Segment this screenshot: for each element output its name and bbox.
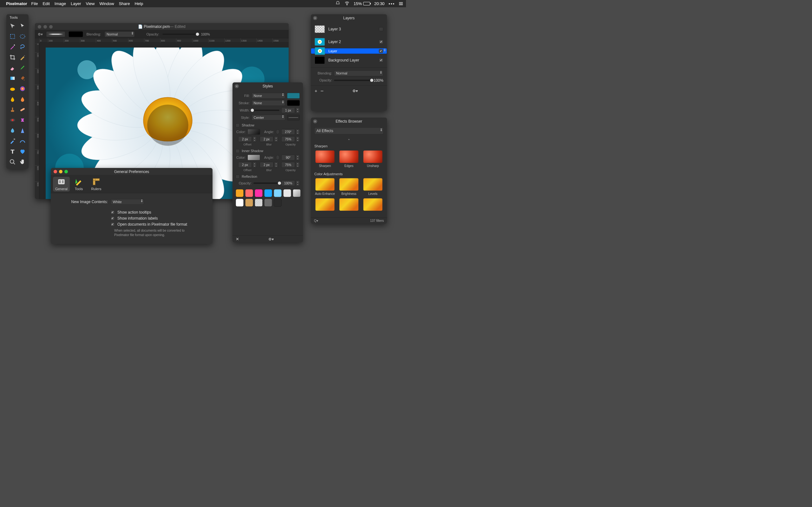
- red-eye-tool-icon[interactable]: [8, 115, 17, 125]
- ellipse-select-tool-icon[interactable]: [18, 32, 27, 41]
- add-layer-icon[interactable]: +: [315, 89, 317, 94]
- select-tool-icon[interactable]: [18, 21, 27, 31]
- close-button[interactable]: ✕: [236, 237, 239, 242]
- width-slider[interactable]: [252, 110, 280, 111]
- layer-row[interactable]: Layer 3: [311, 23, 387, 36]
- color-swatch[interactable]: [255, 199, 263, 207]
- inner-angle-value[interactable]: 90°: [281, 155, 295, 160]
- gradient-tool-icon[interactable]: [8, 73, 17, 83]
- shape-tool-icon[interactable]: [18, 147, 27, 156]
- menu-image[interactable]: Image: [55, 1, 66, 6]
- reflection-checkbox[interactable]: [236, 175, 240, 179]
- blur-stepper[interactable]: ▲▼: [274, 136, 278, 142]
- traffic-lights[interactable]: [38, 25, 53, 29]
- traffic-lights[interactable]: [54, 170, 68, 173]
- gear-icon[interactable]: ⚙︎▾: [352, 89, 358, 93]
- close-icon[interactable]: ✕: [313, 119, 317, 124]
- gear-icon[interactable]: ⚙︎▾: [38, 32, 43, 36]
- angle-stepper[interactable]: ▲▼: [296, 129, 300, 135]
- layer-row[interactable]: Layer: [311, 48, 387, 54]
- layer-visibility-checkbox[interactable]: [379, 27, 383, 31]
- shadow-angle-value[interactable]: 270°: [281, 129, 295, 135]
- remove-layer-icon[interactable]: −: [320, 88, 323, 94]
- menu-edit[interactable]: Edit: [43, 1, 49, 6]
- stroke-style-select[interactable]: Center: [252, 115, 285, 120]
- effect-brightness[interactable]: Brightness: [339, 178, 360, 196]
- color-swatch[interactable]: [274, 189, 282, 197]
- stroke-preview[interactable]: [287, 115, 300, 120]
- shadow-blur[interactable]: 2 px: [260, 136, 273, 142]
- shadow-opacity[interactable]: 75%: [281, 136, 295, 142]
- inner-op-stepper[interactable]: ▲▼: [296, 162, 300, 168]
- effect-sharpen[interactable]: Sharpen: [314, 151, 336, 168]
- new-image-select[interactable]: White: [111, 199, 144, 205]
- offset-stepper[interactable]: ▲▼: [252, 136, 257, 142]
- color-swatch[interactable]: [293, 189, 301, 197]
- blending-select[interactable]: Normal: [104, 32, 135, 37]
- effect-item[interactable]: [314, 199, 336, 211]
- layer-visibility-checkbox[interactable]: [379, 49, 383, 53]
- color-swatch[interactable]: [274, 199, 282, 207]
- close-icon[interactable]: ✕: [313, 16, 317, 20]
- color-swatch[interactable]: [264, 199, 272, 207]
- fill-color[interactable]: [287, 93, 300, 99]
- inner-angle-dial[interactable]: [276, 155, 280, 160]
- app-name[interactable]: Pixelmator: [6, 1, 27, 6]
- heal-tool-icon[interactable]: [18, 105, 27, 114]
- eraser-tool-icon[interactable]: [8, 63, 17, 72]
- refl-slider[interactable]: [253, 182, 280, 184]
- menu-layer[interactable]: Layer: [71, 1, 81, 6]
- effect-auto-enhance[interactable]: Auto Enhance: [314, 178, 336, 196]
- angle-dial[interactable]: [276, 130, 280, 134]
- color-swatch[interactable]: [283, 189, 291, 197]
- stroke-color[interactable]: [287, 100, 300, 106]
- menu-help[interactable]: Help: [135, 1, 143, 6]
- prefs-tab-tools[interactable]: Tools: [70, 177, 87, 192]
- notification-icon[interactable]: [335, 1, 340, 7]
- prefs-tab-general[interactable]: General: [53, 177, 70, 192]
- brush-preview[interactable]: [46, 32, 65, 37]
- zoom-tool-icon[interactable]: [8, 157, 17, 167]
- hand-tool-icon[interactable]: [18, 157, 27, 167]
- color-swatch[interactable]: [236, 189, 244, 197]
- tooltip-checkbox[interactable]: [111, 210, 114, 214]
- shadow-color[interactable]: [247, 129, 260, 135]
- lasso-tool-icon[interactable]: [18, 42, 27, 52]
- info-labels-checkbox[interactable]: [111, 216, 114, 220]
- battery-indicator[interactable]: 15%: [354, 1, 370, 6]
- color-swatch[interactable]: [245, 189, 253, 197]
- effect-levels[interactable]: Levels: [362, 178, 384, 196]
- wifi-icon[interactable]: [345, 1, 350, 7]
- refl-stepper[interactable]: ▲▼: [296, 180, 300, 186]
- sponge-tool-icon[interactable]: [18, 95, 27, 104]
- sharpen-tool-icon[interactable]: [18, 126, 27, 135]
- effects-filter-select[interactable]: All Effects: [314, 127, 384, 134]
- close-icon[interactable]: ✕: [235, 84, 239, 89]
- menu-view[interactable]: View: [86, 1, 95, 6]
- opacity-slider[interactable]: [163, 34, 198, 35]
- layer-row[interactable]: Background Layer: [311, 54, 387, 66]
- fill-select[interactable]: None: [252, 93, 285, 99]
- list-icon[interactable]: [399, 2, 403, 5]
- inner-shadow-color[interactable]: [247, 155, 260, 160]
- inner-opacity[interactable]: 75%: [281, 162, 295, 168]
- layer-row[interactable]: Layer 2: [311, 36, 387, 48]
- gear-icon[interactable]: ⚙︎▾: [268, 237, 274, 241]
- search-icon[interactable]: Q▾: [314, 219, 318, 222]
- width-stepper[interactable]: ▲▼: [296, 107, 300, 113]
- color-swatch[interactable]: [245, 199, 253, 207]
- effect-item[interactable]: [339, 199, 360, 211]
- dodge-tool-icon[interactable]: [18, 136, 27, 146]
- color-swatch[interactable]: [264, 189, 272, 197]
- blur-tool-icon[interactable]: [8, 126, 17, 135]
- wand-tool-icon[interactable]: [8, 42, 17, 52]
- layer-opacity-slider[interactable]: [334, 80, 372, 81]
- eyedropper-tool-icon[interactable]: [8, 136, 17, 146]
- move-tool-icon[interactable]: [8, 21, 17, 31]
- inner-shadow-checkbox[interactable]: [236, 149, 240, 153]
- crop-tool-icon[interactable]: [8, 53, 17, 62]
- color-tool-icon[interactable]: [18, 84, 27, 94]
- prefs-tab-rulers[interactable]: Rulers: [88, 177, 105, 192]
- color-swatch[interactable]: [69, 32, 83, 37]
- layer-visibility-checkbox[interactable]: [379, 58, 383, 62]
